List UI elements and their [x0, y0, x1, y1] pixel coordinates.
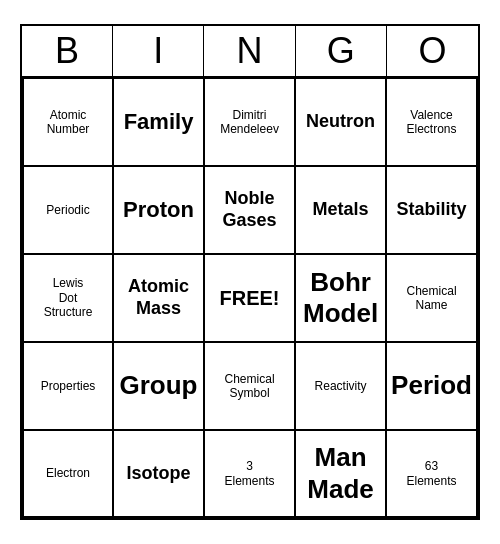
- header-letter: B: [22, 26, 113, 76]
- cell-label: Metals: [313, 199, 369, 221]
- cell-label: Atomic Number: [47, 108, 90, 137]
- cell-label: Family: [124, 109, 194, 135]
- cell-label: Atomic Mass: [128, 276, 189, 319]
- cell-label: Properties: [41, 379, 96, 393]
- header-letter: G: [296, 26, 387, 76]
- cell-label: FREE!: [220, 286, 280, 310]
- bingo-cell: Family: [113, 78, 204, 166]
- cell-label: Noble Gases: [223, 188, 277, 231]
- bingo-cell: Proton: [113, 166, 204, 254]
- cell-label: Period: [391, 370, 472, 401]
- cell-label: Electron: [46, 466, 90, 480]
- bingo-cell: Bohr Model: [295, 254, 386, 342]
- bingo-grid: Atomic NumberFamilyDimitri MendeleevNeut…: [22, 78, 478, 518]
- bingo-cell: Chemical Name: [386, 254, 478, 342]
- cell-label: 63 Elements: [407, 459, 457, 488]
- bingo-cell: Period: [386, 342, 478, 430]
- bingo-cell: Isotope: [113, 430, 204, 518]
- cell-label: Valence Electrons: [407, 108, 457, 137]
- header-letter: N: [204, 26, 295, 76]
- cell-label: Reactivity: [315, 379, 367, 393]
- bingo-cell: Electron: [22, 430, 113, 518]
- bingo-cell: Man Made: [295, 430, 386, 518]
- cell-label: Dimitri Mendeleev: [220, 108, 279, 137]
- bingo-cell: Stability: [386, 166, 478, 254]
- bingo-cell: Noble Gases: [204, 166, 295, 254]
- bingo-cell: Properties: [22, 342, 113, 430]
- bingo-cell: Chemical Symbol: [204, 342, 295, 430]
- bingo-cell: 63 Elements: [386, 430, 478, 518]
- cell-label: Stability: [397, 199, 467, 221]
- bingo-header: BINGO: [22, 26, 478, 78]
- bingo-cell: Reactivity: [295, 342, 386, 430]
- cell-label: Bohr Model: [303, 267, 378, 329]
- cell-label: Chemical Name: [407, 284, 457, 313]
- cell-label: Chemical Symbol: [225, 372, 275, 401]
- bingo-cell: FREE!: [204, 254, 295, 342]
- cell-label: Neutron: [306, 111, 375, 133]
- bingo-cell: Atomic Mass: [113, 254, 204, 342]
- cell-label: Lewis Dot Structure: [44, 276, 93, 319]
- bingo-card: BINGO Atomic NumberFamilyDimitri Mendele…: [20, 24, 480, 520]
- bingo-cell: Neutron: [295, 78, 386, 166]
- bingo-cell: Lewis Dot Structure: [22, 254, 113, 342]
- cell-label: Man Made: [307, 442, 373, 504]
- bingo-cell: Valence Electrons: [386, 78, 478, 166]
- header-letter: O: [387, 26, 478, 76]
- bingo-cell: Group: [113, 342, 204, 430]
- cell-label: Isotope: [127, 463, 191, 485]
- cell-label: Group: [120, 370, 198, 401]
- cell-label: Proton: [123, 197, 194, 223]
- bingo-cell: 3 Elements: [204, 430, 295, 518]
- bingo-cell: Atomic Number: [22, 78, 113, 166]
- header-letter: I: [113, 26, 204, 76]
- bingo-cell: Metals: [295, 166, 386, 254]
- cell-label: 3 Elements: [225, 459, 275, 488]
- cell-label: Periodic: [46, 203, 89, 217]
- bingo-cell: Dimitri Mendeleev: [204, 78, 295, 166]
- bingo-cell: Periodic: [22, 166, 113, 254]
